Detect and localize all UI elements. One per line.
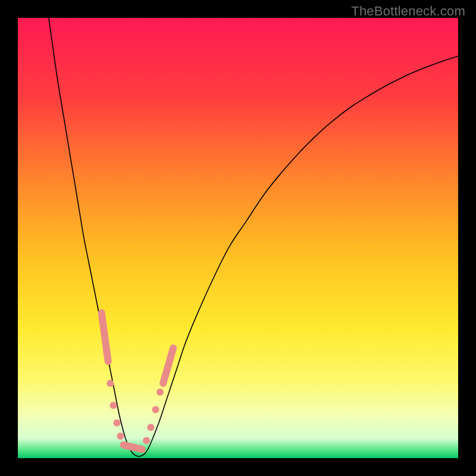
watermark-text: TheBottleneck.com [351, 4, 465, 19]
highlight-dot [107, 380, 114, 387]
highlight-dot [152, 406, 159, 414]
plot-area [18, 18, 458, 458]
highlight-dot [114, 419, 121, 427]
highlight-dot [156, 389, 164, 396]
highlight-dot [110, 402, 117, 409]
highlight-dot [147, 424, 154, 431]
highlight-dot [117, 433, 124, 440]
highlight-dot [103, 349, 110, 356]
highlight-dot [143, 437, 150, 444]
bottleneck-chart [18, 18, 458, 458]
highlight-pill [124, 445, 142, 449]
chart-frame: TheBottleneck.com [0, 0, 476, 476]
